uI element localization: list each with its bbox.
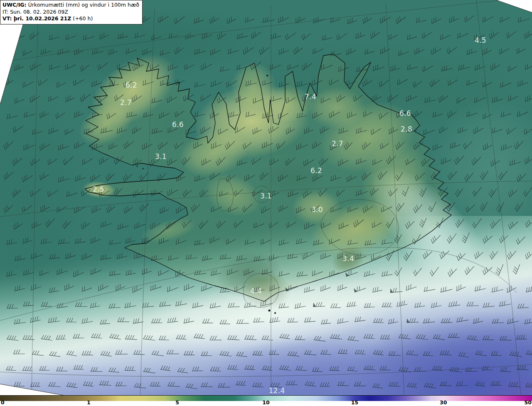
contour-label: 2.7 (120, 98, 132, 107)
product-code: UWC/IG: (2, 2, 27, 8)
contour-label: 6.2 (126, 81, 137, 89)
contour-label: 2.8 (401, 125, 412, 133)
valid-time-line: VT: þri. 10.02.2026 21Z (+60 h) (2, 15, 139, 22)
contour-label: 2.7 (332, 139, 343, 148)
colorbar-tick-labels: 01510153050 (0, 401, 532, 406)
contour-label: 3.1 (155, 152, 167, 161)
valid-offset: (+60 h) (73, 15, 93, 22)
init-time-line: IT: Sun. 08. 02. 2026 09Z (2, 9, 139, 16)
colorbar-tick: 0 (1, 400, 5, 406)
contour-label: 3.1 (260, 192, 272, 200)
contour-label: 7.4 (305, 93, 316, 101)
colorbar-tick: 15 (351, 400, 358, 406)
colorbar-tick: 10 (262, 400, 269, 406)
init-label: IT: (2, 9, 8, 15)
contour-label: 12.4 (268, 386, 285, 395)
contour-label: 6.6 (399, 109, 411, 117)
contour-label: 4.4 (250, 287, 262, 295)
contour-label: 6.6 (172, 120, 184, 129)
colorbar-tick: 30 (440, 400, 447, 406)
contour-label: 6.2 (310, 166, 322, 175)
contour-label: 2.5 (93, 185, 104, 193)
valid-time-bold: VT: þri. 10.02.2026 21Z (2, 15, 71, 22)
contour-label: 3.0 (311, 205, 323, 214)
weather-map-page: 4.56.22.77.46.62.86.62.73.16.22.53.13.03… (0, 0, 532, 406)
map-title: Úrkomumætti (mm) og vindur i 100m hæð (28, 2, 139, 8)
init-time: Sun. 08. 02. 2026 09Z (10, 9, 68, 15)
colorbar-tick: 1 (87, 400, 91, 406)
contour-label: 3.4 (342, 254, 354, 263)
title-line: UWC/IG: Úrkomumætti (mm) og vindur i 100… (2, 2, 139, 9)
valid-label: VT: (2, 15, 12, 22)
title-box: UWC/IG: Úrkomumætti (mm) og vindur i 100… (0, 0, 143, 24)
contour-label: 4.5 (475, 36, 486, 44)
valid-time: þri. 10.02.2026 21Z (14, 15, 71, 22)
colorbar-tick: 5 (175, 400, 179, 406)
colorbar-tick: 50 (525, 400, 532, 406)
